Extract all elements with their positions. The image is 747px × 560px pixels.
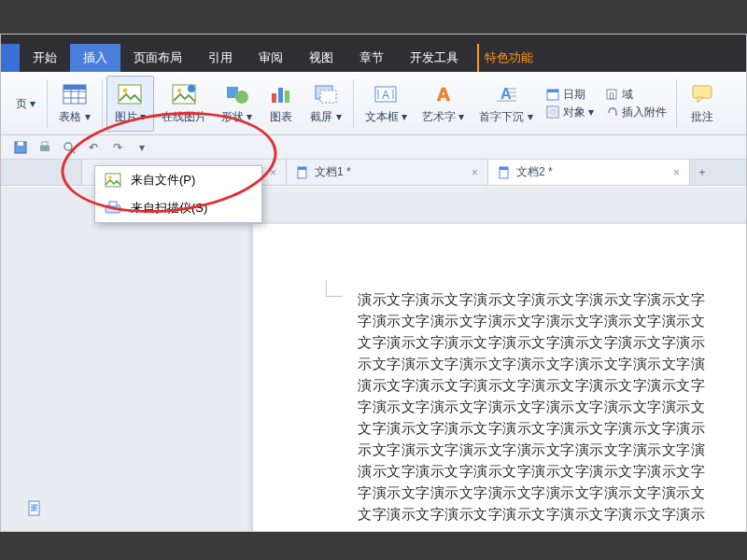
svg-rect-47 [106, 174, 120, 187]
field-button[interactable]: {} 域 [605, 87, 667, 103]
date-button[interactable]: 日期 [546, 87, 594, 103]
svg-point-7 [123, 89, 128, 93]
svg-rect-45 [500, 167, 508, 170]
body-line: 演示文字演示文字演示文字演示文字演示文字演示文字 [358, 289, 746, 311]
shapes-button[interactable]: 形状 ▾ [214, 76, 260, 132]
svg-rect-14 [278, 88, 283, 103]
table-button[interactable]: 表格 ▾ [51, 76, 97, 132]
quick-access-toolbar: ↶ ↷ ▾ [1, 135, 746, 160]
wordart-icon: A [430, 81, 457, 107]
svg-point-12 [235, 91, 248, 104]
body-line: 字演示文字演示文字演示文字演示文字演示文字演示文 [358, 397, 746, 418]
menu-bar: 开始 插入 页面布局 引用 审阅 视图 章节 开发工具 特色功能 [1, 44, 746, 72]
svg-rect-13 [272, 93, 276, 103]
picture-icon [105, 172, 121, 189]
field-icon: {} [605, 88, 618, 101]
comment-icon [689, 81, 715, 107]
menu-tab-review[interactable]: 审阅 [246, 44, 296, 72]
menu-tab-references[interactable]: 引用 [195, 44, 246, 72]
document-page[interactable]: 演示文字演示文字演示文字演示文字演示文字演示文字 字演示文字演示文字演示文字演示… [253, 224, 746, 531]
body-line: 示文字演示文字演示文字演示文字演示文字演示文字演 [358, 354, 746, 375]
add-tab-button[interactable]: ＋ [690, 160, 714, 185]
body-line: 文字演示文字演示文字演示文字演示文字演示文字演示 [358, 504, 746, 525]
table-icon [62, 81, 88, 107]
svg-point-48 [108, 175, 112, 179]
online-picture-icon [171, 81, 197, 107]
scanner-icon [105, 200, 121, 217]
qat-preview-icon[interactable] [59, 138, 79, 157]
svg-text:{}: {} [609, 91, 614, 99]
close-icon[interactable]: × [270, 166, 276, 179]
doc-tab-2[interactable]: 文档2 * × [488, 160, 690, 185]
textbox-icon: A [373, 81, 399, 107]
svg-rect-15 [285, 91, 289, 103]
svg-rect-6 [119, 85, 141, 104]
body-line: 文字演示文字演示文字演示文字演示文字演示文字演示 [358, 418, 746, 440]
close-icon[interactable]: × [673, 166, 680, 179]
page-doc-icon [25, 499, 44, 518]
picture-button[interactable]: 图片 ▾ [106, 76, 154, 132]
svg-rect-17 [320, 91, 336, 103]
menu-tab-special[interactable]: 特色功能 [477, 44, 546, 72]
screenshot-icon [313, 81, 339, 107]
online-picture-button[interactable]: 在线图片 [154, 76, 214, 132]
svg-rect-5 [63, 85, 86, 90]
menu-item-label: 来自扫描仪(S) [131, 200, 207, 217]
body-line: 演示文字演示文字演示文字演示文字演示文字演示文字 [358, 461, 746, 483]
attachment-icon [605, 105, 618, 119]
svg-point-9 [177, 89, 181, 92]
svg-line-41 [71, 149, 75, 153]
doc-tab-1[interactable]: 文档1 * × [287, 160, 488, 185]
dropcap-icon: A [493, 81, 519, 107]
object-icon [546, 105, 559, 119]
cover-page-button[interactable]: 页 ▾ [8, 76, 43, 132]
qat-dropdown-icon[interactable]: ▾ [132, 138, 152, 157]
menu-tab-pagelayout[interactable]: 页面布局 [120, 44, 195, 72]
dropcap-button[interactable]: A 首字下沉 ▾ [472, 76, 540, 132]
svg-rect-31 [549, 108, 557, 116]
svg-text:A: A [437, 84, 450, 105]
svg-rect-39 [42, 142, 48, 146]
close-icon[interactable]: × [472, 166, 478, 179]
svg-rect-38 [40, 146, 49, 151]
menu-tab-sections[interactable]: 章节 [346, 44, 397, 72]
qat-save-icon[interactable] [10, 138, 31, 157]
calendar-icon [546, 88, 559, 101]
qat-undo-icon[interactable]: ↶ [83, 138, 104, 157]
screenshot-button[interactable]: 截屏 ▾ [303, 76, 348, 132]
body-line: 示文字演示文字演示文字演示文字演示文字演示文字演 [358, 440, 746, 461]
comment-button[interactable]: 批注 [681, 76, 724, 132]
doc-tab-label: 文档1 * [315, 164, 466, 180]
menu-tab-devtools[interactable]: 开发工具 [397, 44, 472, 72]
picture-icon [117, 81, 143, 107]
app-menu-button[interactable] [1, 44, 20, 72]
wordart-button[interactable]: A 艺术字 ▾ [415, 76, 472, 132]
textbox-button[interactable]: A 文本框 ▾ [358, 76, 415, 132]
from-file-item[interactable]: 来自文件(P) [95, 166, 261, 194]
menu-tab-home[interactable]: 开始 [20, 44, 70, 72]
qat-print-icon[interactable] [35, 138, 55, 157]
svg-point-10 [188, 85, 195, 92]
doc-icon [296, 166, 309, 179]
svg-rect-50 [109, 202, 117, 206]
svg-point-40 [64, 143, 72, 150]
svg-rect-43 [298, 167, 306, 170]
from-scanner-item[interactable]: 来自扫描仪(S) [95, 194, 261, 222]
menu-tab-view[interactable]: 视图 [296, 44, 346, 72]
svg-marker-35 [698, 97, 703, 103]
chart-button[interactable]: 图表 [260, 76, 303, 132]
doc-icon [498, 166, 511, 179]
body-line: 字演示文字演示文字演示文字演示文字演示文字演示文 [358, 311, 746, 332]
body-line: 演示文字演示文字演示文字演示文字演示文字演示文字 [358, 375, 746, 397]
chart-icon [268, 81, 294, 107]
svg-text:A: A [382, 89, 389, 102]
shapes-icon [224, 81, 250, 107]
ribbon-insert: 页 ▾ 表格 ▾ 图片 ▾ 在线图片 形状 ▾ [1, 72, 746, 135]
svg-rect-34 [693, 86, 712, 98]
qat-redo-icon[interactable]: ↷ [107, 138, 128, 157]
object-button[interactable]: 对象 ▾ [546, 105, 594, 120]
menu-tab-insert[interactable]: 插入 [70, 44, 120, 72]
svg-rect-37 [18, 142, 23, 146]
margin-marker [326, 280, 343, 297]
attachment-button[interactable]: 插入附件 [605, 105, 667, 120]
